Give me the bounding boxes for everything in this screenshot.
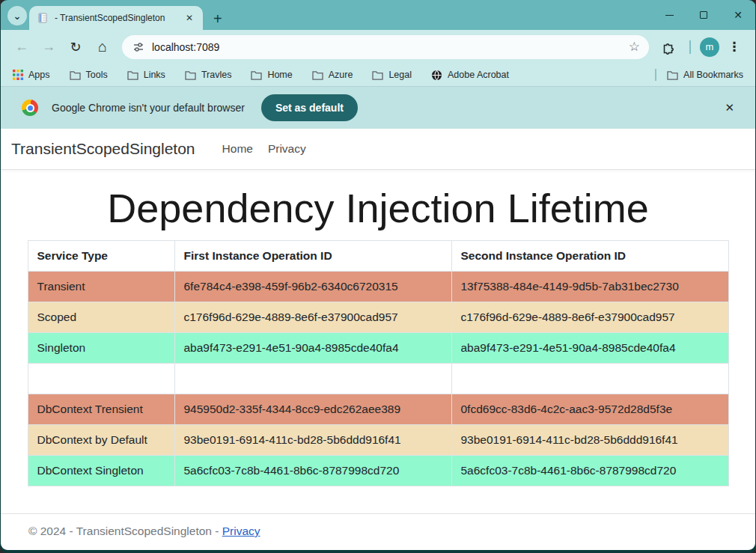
notification-close-icon[interactable]: ✕ [722,98,737,117]
bookmark-label: Links [144,70,165,80]
cell-second-id: 5a6cfc03-7c8b-4461-8b6c-8787998cd720 [451,456,728,486]
header-second-id: Second Instance Operation ID [451,241,728,272]
cell-service: DbContext by Default [28,425,174,456]
bookmark-folder-travles[interactable]: Travles [185,70,232,80]
chevron-down-icon: ⌄ [13,10,22,22]
folder-icon [127,70,138,80]
toolbar-separator [689,40,691,54]
cell-first-id: 5a6cfc03-7c8b-4461-8b6c-8787998cd720 [174,456,451,486]
folder-icon [70,70,81,80]
bookmark-folder-tools[interactable]: Tools [70,70,108,80]
bookmark-label: Home [267,70,292,80]
table-row: DbContext Trensient 945950d2-335f-4344-8… [28,394,728,425]
bookmark-folder-azure[interactable]: Azure [312,70,353,80]
site-brand-link[interactable]: TransientScopedSingleton [11,140,195,158]
cell-first-id: 945950d2-335f-4344-8cc9-edc262aee389 [174,394,451,425]
bookmark-folder-legal[interactable]: Legal [372,70,412,80]
folder-icon [185,70,196,80]
cell-first-id: 93be0191-6914-411c-bd28-5b6ddd916f41 [174,425,451,456]
extensions-button[interactable] [656,35,680,59]
notification-message: Google Chrome isn't your default browser [52,102,245,114]
site-footer: © 2024 - TransientScopedSingleton - Priv… [1,513,755,550]
bookmark-folder-home[interactable]: Home [251,70,292,80]
forward-button[interactable]: → [37,35,61,59]
bookmark-label: Tools [86,70,108,80]
table-row: DbContext by Default 93be0191-6914-411c-… [28,425,728,456]
close-button[interactable]: ✕ [721,0,755,30]
puzzle-icon [661,40,676,55]
titlebar: ⌄ - TransientScopedSingleton ✕ + ✕ [1,0,755,30]
browser-window: ⌄ - TransientScopedSingleton ✕ + ✕ ← [0,0,756,553]
address-bar[interactable]: localhost:7089 ☆ [122,35,649,59]
bookmark-label: Azure [329,70,353,80]
cell-second-id: aba9f473-e291-4e51-90a4-8985cde40fa4 [451,333,728,364]
new-tab-button[interactable]: + [213,11,222,26]
browser-tab[interactable]: - TransientScopedSingleton ✕ [29,6,203,30]
minimize-button[interactable] [652,0,686,30]
header-first-id: First Instance Operation ID [174,241,451,272]
default-browser-notification: Google Chrome isn't your default browser… [1,86,755,129]
cell-service: Singleton [28,333,174,364]
cell-service: DbContext Trensient [28,394,174,425]
nav-link-privacy[interactable]: Privacy [268,142,306,156]
cell-service: DbContext Singleton [28,456,174,486]
reload-button[interactable]: ↻ [64,35,88,59]
lifetime-table: Service Type First Instance Operation ID… [28,240,729,486]
bookmarks-bar: Apps Tools Links Travles Home Azure Lega… [1,64,755,86]
all-bookmarks-button[interactable]: All Bookmarks [667,70,743,80]
bookmark-star-icon[interactable]: ☆ [629,39,640,55]
page-title: Dependency Injection Lifetime [1,186,755,230]
bookmark-label: Travles [201,70,232,80]
table-header-row: Service Type First Instance Operation ID… [28,241,728,272]
tab-close-icon[interactable]: ✕ [182,11,197,25]
bookmark-label: Adobe Acrobat [448,70,509,80]
home-button[interactable]: ⌂ [91,35,115,59]
url-text: localhost:7089 [152,41,629,53]
maximize-button[interactable] [686,0,721,30]
bookmark-adobe-acrobat[interactable]: Adobe Acrobat [431,70,509,81]
bookmark-label: Legal [388,70,412,80]
cell-first-id: aba9f473-e291-4e51-90a4-8985cde40fa4 [174,333,451,364]
table-row-empty [28,364,728,394]
table-row: Scoped c176f96d-629e-4889-8e6f-e37900cad… [28,302,728,333]
site-navbar: TransientScopedSingleton Home Privacy [1,129,755,170]
bookmark-label: Apps [28,70,50,80]
apps-grid-icon [13,70,23,80]
close-icon: ✕ [734,10,743,20]
chrome-logo-icon [22,100,38,116]
folder-icon [312,70,323,80]
cell-second-id [451,364,728,394]
bookmark-apps[interactable]: Apps [13,70,50,80]
tab-title: - TransientScopedSingleton [55,13,182,23]
table-row: Transient 6fe784c4-e398-459f-96b2-6340c6… [28,272,728,302]
all-bookmarks-label: All Bookmarks [683,70,743,80]
folder-icon [667,70,678,80]
table-row: DbContext Singleton 5a6cfc03-7c8b-4461-8… [28,456,728,486]
bookmark-folder-links[interactable]: Links [127,70,165,80]
minimize-icon [665,15,674,16]
maximize-icon [700,11,707,19]
nav-link-home[interactable]: Home [222,142,253,156]
cell-service: Scoped [28,302,174,333]
set-as-default-button[interactable]: Set as default [261,94,358,121]
cell-service [28,364,174,394]
cell-first-id: 6fe784c4-e398-459f-96b2-6340c6720315 [174,272,451,302]
tab-favicon-icon [37,12,49,24]
profile-avatar[interactable]: m [700,37,719,57]
footer-privacy-link[interactable]: Privacy [222,525,260,537]
browser-toolbar: ← → ↻ ⌂ localhost:7089 ☆ m ⋮ [1,30,755,64]
tab-search-button[interactable]: ⌄ [7,6,27,25]
site-settings-icon[interactable] [132,41,144,53]
cell-second-id: 0fcd69cc-83d6-4c2c-aac3-9572d28d5f3e [451,394,728,425]
cell-second-id: c176f96d-629e-4889-8e6f-e37900cad957 [451,302,728,333]
cell-first-id [174,364,451,394]
copyright-text: © 2024 - TransientScopedSingleton - [28,525,219,537]
back-button[interactable]: ← [10,35,34,59]
menu-button[interactable]: ⋮ [722,35,746,59]
cell-second-id: 93be0191-6914-411c-bd28-5b6ddd916f41 [451,425,728,456]
window-controls: ✕ [652,0,755,30]
cell-first-id: c176f96d-629e-4889-8e6f-e37900cad957 [174,302,451,333]
header-service-type: Service Type [28,241,174,272]
avatar-initial: m [706,41,714,52]
cell-service: Transient [28,272,174,302]
